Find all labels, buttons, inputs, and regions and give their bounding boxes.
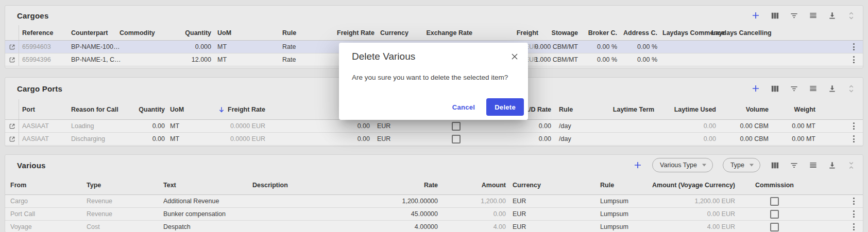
checkbox-unchecked[interactable] — [770, 223, 779, 231]
column-header-quantity[interactable]: Quantity — [119, 99, 165, 119]
cargo-port-row[interactable]: AASIAAT Loading 0.00 MT 0.0000 EUR 0.00 … — [5, 120, 863, 133]
cell-rule: Rate — [282, 41, 323, 53]
columns-icon[interactable] — [770, 11, 779, 20]
column-header-rule[interactable]: Rule — [572, 175, 665, 194]
cell-quantity: 0.00 — [119, 133, 165, 145]
columns-icon[interactable] — [770, 160, 779, 170]
open-in-new-icon[interactable] — [5, 41, 19, 53]
column-header-rule[interactable]: Rule — [551, 99, 603, 119]
column-header-laydays-commence[interactable]: Laydays Commence — [657, 25, 706, 40]
cell-currency: EUR — [370, 133, 401, 145]
row-menu-kebab-icon[interactable] — [844, 221, 863, 232]
open-in-new-icon[interactable] — [5, 53, 19, 66]
column-header-address-c[interactable]: Address C. — [617, 25, 657, 40]
column-header-commission[interactable]: Commission — [735, 175, 814, 194]
column-header-freight-rate[interactable]: Freight Rate — [228, 99, 265, 119]
add-icon[interactable] — [633, 160, 642, 170]
column-header-freight-rate[interactable]: Freight Rate — [323, 25, 375, 40]
various-toolbar: Various Type Type — [633, 158, 856, 172]
column-header-uom[interactable]: UoM — [211, 25, 282, 40]
collapse-icon[interactable] — [846, 160, 856, 170]
type-filter-chip[interactable]: Type — [723, 158, 760, 172]
column-header-laytime-used[interactable]: Laytime Used — [665, 99, 716, 119]
column-header-broker-c[interactable]: Broker C. — [578, 25, 617, 40]
checkbox-unchecked[interactable] — [770, 210, 779, 219]
cell-rule: Rate — [282, 53, 323, 66]
cell-amount: 0.00 — [265, 133, 370, 145]
cell-description — [252, 221, 355, 232]
cancel-button[interactable]: Cancel — [444, 98, 483, 116]
column-header-weight[interactable]: Weight — [769, 99, 815, 119]
dialog-title: Delete Various — [352, 51, 415, 62]
density-icon[interactable] — [808, 84, 818, 93]
columns-icon[interactable] — [770, 84, 779, 93]
column-header-volume[interactable]: Volume — [716, 99, 769, 119]
filter-icon[interactable] — [789, 11, 798, 20]
column-header-reference[interactable]: Reference — [19, 25, 71, 40]
checkbox-unchecked[interactable] — [452, 122, 461, 131]
column-header-amount[interactable]: Amount — [438, 175, 506, 194]
open-in-new-icon[interactable] — [5, 133, 19, 145]
row-menu-kebab-icon[interactable] — [844, 120, 863, 132]
various-panel: Various Various Type Type From Type Text… — [5, 154, 863, 232]
cell-rate: 45.00000 — [355, 208, 438, 220]
column-header-laydays-cancelling[interactable]: Laydays Cancelling — [706, 25, 755, 40]
column-header-currency[interactable]: Currency — [506, 175, 572, 194]
dialog-message: Are you sure you want to delete the sele… — [352, 74, 508, 81]
cell-amount: 4.00 — [438, 221, 506, 232]
cell-laydays-cancelling — [706, 41, 755, 53]
cell-commission — [735, 208, 814, 220]
column-header-text[interactable]: Text — [163, 175, 252, 194]
column-header-commodity[interactable]: Commodity — [119, 25, 160, 40]
column-header-exchange-rate[interactable]: Exchange Rate — [433, 25, 472, 40]
add-icon[interactable] — [751, 84, 760, 93]
cell-laytime-term — [603, 120, 665, 132]
various-type-filter-chip[interactable]: Various Type — [652, 158, 713, 172]
row-menu-kebab-icon[interactable] — [844, 53, 863, 66]
column-header-type[interactable]: Type — [87, 175, 163, 194]
density-icon[interactable] — [808, 160, 818, 170]
cell-reference: 65994396 — [19, 53, 71, 66]
filter-icon[interactable] — [789, 160, 798, 170]
various-row[interactable]: Voyage Cost Despatch 4.00000 4.00 EUR Lu… — [5, 221, 863, 232]
filter-icon[interactable] — [789, 84, 798, 93]
row-menu-kebab-icon[interactable] — [844, 41, 863, 53]
cargo-ports-title: Cargo Ports — [17, 84, 62, 93]
column-header-currency[interactable]: Currency — [375, 25, 433, 40]
cell-quantity: 0.000 — [160, 41, 211, 53]
column-header-freight[interactable]: Freight — [472, 25, 538, 40]
column-header-from[interactable]: From — [5, 175, 87, 194]
close-icon[interactable] — [509, 51, 520, 62]
column-header-laytime-term[interactable]: Laytime Term — [603, 99, 665, 119]
download-icon[interactable] — [827, 11, 837, 20]
various-title: Various — [17, 161, 46, 170]
cell-rule: /day — [551, 120, 603, 132]
column-header-reason-for-call[interactable]: Reason for Call — [71, 99, 119, 119]
various-row[interactable]: Port Call Revenue Bunker compensation 45… — [5, 208, 863, 221]
open-in-new-icon[interactable] — [5, 120, 19, 132]
download-icon[interactable] — [827, 84, 837, 93]
density-icon[interactable] — [808, 11, 818, 20]
download-icon[interactable] — [827, 160, 837, 170]
column-header-stowage[interactable]: Stowage — [538, 25, 578, 40]
checkbox-unchecked[interactable] — [452, 135, 461, 144]
column-header-rule[interactable]: Rule — [282, 25, 323, 40]
expand-icon[interactable] — [846, 84, 856, 93]
add-icon[interactable] — [751, 11, 760, 20]
column-header-amount-voyage-currency[interactable]: Amount (Voyage Currency) — [665, 175, 735, 194]
column-header-counterpart[interactable]: Counterpart — [71, 25, 119, 40]
row-menu-kebab-icon[interactable] — [844, 195, 863, 207]
row-menu-kebab-icon[interactable] — [844, 133, 863, 145]
column-header-description[interactable]: Description — [252, 175, 355, 194]
expand-icon[interactable] — [846, 11, 856, 20]
cell-from: Cargo — [5, 195, 87, 207]
checkbox-unchecked[interactable] — [770, 197, 779, 206]
row-menu-kebab-icon[interactable] — [844, 208, 863, 220]
cell-checkbox — [401, 133, 511, 145]
column-header-port[interactable]: Port — [19, 99, 71, 119]
column-header-rate[interactable]: Rate — [355, 175, 438, 194]
delete-button[interactable]: Delete — [486, 98, 524, 116]
cargo-port-row[interactable]: AASIAAT Discharging 0.00 MT 0.0000 EUR 0… — [5, 133, 863, 146]
various-row[interactable]: Cargo Revenue Additional Revenue 1,200.0… — [5, 195, 863, 208]
column-header-quantity[interactable]: Quantity — [160, 25, 211, 40]
